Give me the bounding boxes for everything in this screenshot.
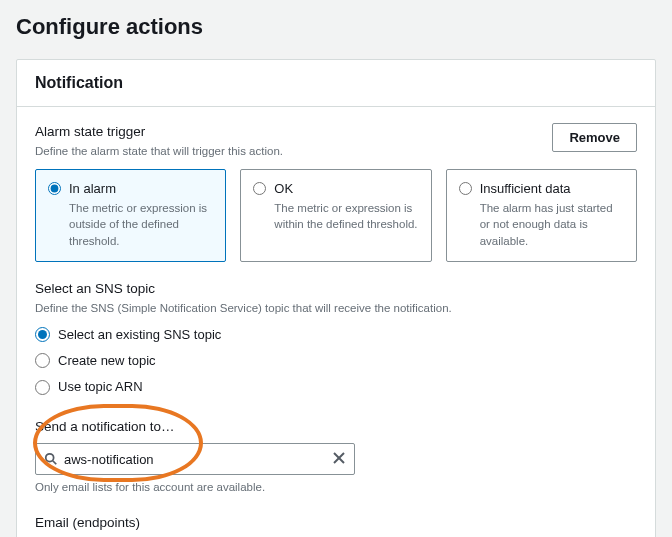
alarm-option-ok-radio[interactable] bbox=[253, 182, 266, 195]
sns-label: Select an SNS topic bbox=[35, 280, 637, 299]
sns-help: Define the SNS (Simple Notification Serv… bbox=[35, 300, 637, 316]
search-icon bbox=[42, 452, 60, 466]
endpoints-label: Email (endpoints) bbox=[35, 514, 637, 533]
send-to-input[interactable] bbox=[60, 450, 330, 469]
sns-option-arn[interactable]: Use topic ARN bbox=[35, 374, 637, 400]
panel-body: Alarm state trigger Define the alarm sta… bbox=[17, 107, 655, 537]
alarm-trigger-options: In alarm The metric or expression is out… bbox=[35, 169, 637, 261]
sns-option-create-radio[interactable] bbox=[35, 353, 50, 368]
panel-title: Notification bbox=[17, 60, 655, 107]
sns-option-create-label: Create new topic bbox=[58, 352, 156, 370]
sns-option-arn-radio[interactable] bbox=[35, 380, 50, 395]
svg-point-0 bbox=[46, 454, 54, 462]
alarm-option-ok-desc: The metric or expression is within the d… bbox=[274, 200, 418, 232]
sns-option-arn-label: Use topic ARN bbox=[58, 378, 143, 396]
remove-button[interactable]: Remove bbox=[552, 123, 637, 152]
alarm-option-ok-title: OK bbox=[274, 180, 418, 198]
page-title: Configure actions bbox=[16, 12, 656, 43]
page-root: Configure actions Notification Alarm sta… bbox=[0, 0, 672, 537]
alarm-option-insufficient-desc: The alarm has just started or not enough… bbox=[480, 200, 624, 248]
sns-option-create[interactable]: Create new topic bbox=[35, 348, 637, 374]
alarm-option-in-alarm-radio[interactable] bbox=[48, 182, 61, 195]
alarm-trigger-header: Alarm state trigger Define the alarm sta… bbox=[35, 123, 637, 159]
alarm-option-insufficient-radio[interactable] bbox=[459, 182, 472, 195]
alarm-option-insufficient-title: Insufficient data bbox=[480, 180, 624, 198]
sns-option-existing-radio[interactable] bbox=[35, 327, 50, 342]
alarm-option-insufficient[interactable]: Insufficient data The alarm has just sta… bbox=[446, 169, 637, 261]
send-to-search[interactable] bbox=[35, 443, 355, 475]
clear-icon[interactable] bbox=[330, 448, 348, 470]
svg-line-1 bbox=[53, 461, 57, 465]
send-to-label: Send a notification to… bbox=[35, 418, 637, 437]
sns-option-existing[interactable]: Select an existing SNS topic bbox=[35, 322, 637, 348]
alarm-option-in-alarm[interactable]: In alarm The metric or expression is out… bbox=[35, 169, 226, 261]
sns-option-existing-label: Select an existing SNS topic bbox=[58, 326, 221, 344]
send-to-hint: Only email lists for this account are av… bbox=[35, 479, 637, 495]
alarm-option-ok[interactable]: OK The metric or expression is within th… bbox=[240, 169, 431, 261]
alarm-trigger-help: Define the alarm state that will trigger… bbox=[35, 143, 283, 159]
sns-options: Select an existing SNS topic Create new … bbox=[35, 322, 637, 401]
alarm-option-in-alarm-desc: The metric or expression is outside of t… bbox=[69, 200, 213, 248]
notification-panel: Notification Alarm state trigger Define … bbox=[16, 59, 656, 537]
alarm-trigger-label: Alarm state trigger bbox=[35, 123, 283, 142]
alarm-option-in-alarm-title: In alarm bbox=[69, 180, 213, 198]
